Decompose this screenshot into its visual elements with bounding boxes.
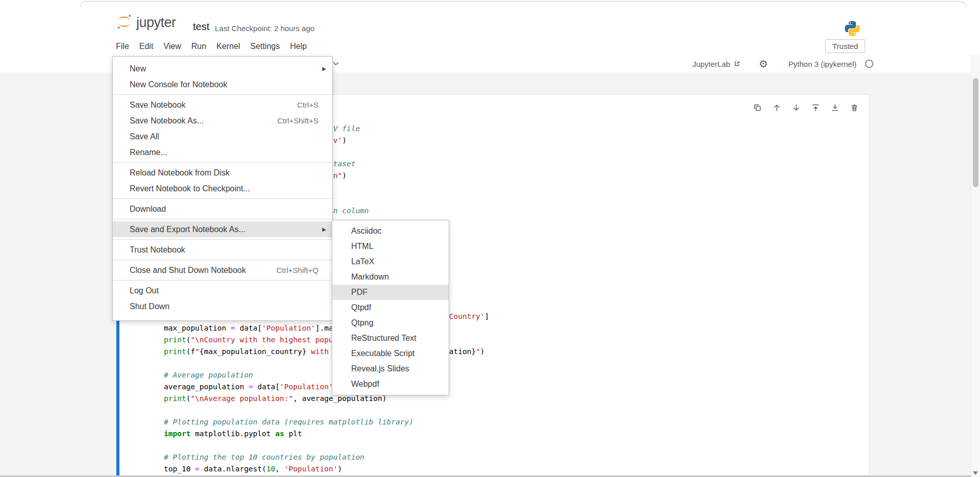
jupyter-logo-icon (116, 13, 133, 30)
menu-separator (113, 239, 332, 240)
menu-item-restructured-text[interactable]: ReStructured Text (332, 331, 449, 346)
menubar-item-file[interactable]: File (111, 37, 134, 55)
menu-item-qtpdf[interactable]: Qtpdf (332, 300, 449, 315)
menu-item-label: Save and Export Notebook As... (130, 225, 318, 234)
jupyter-logo[interactable]: jupyter (116, 13, 176, 31)
move-down-icon[interactable] (790, 102, 802, 114)
menu-item-label: Reveal.js Slides (351, 364, 440, 373)
notebook-title[interactable]: test (193, 21, 209, 33)
scrollbar-thumb[interactable] (973, 78, 978, 187)
gear-icon[interactable]: ⚙ (759, 59, 768, 69)
menu-item-pdf[interactable]: PDF (332, 285, 449, 300)
code-line: # Plotting population data (requires mat… (164, 416, 489, 428)
kernel-status-icon[interactable] (864, 59, 874, 69)
menu-item-label: Reload Notebook from Disk (130, 168, 318, 178)
menu-item-reload-notebook-from-disk[interactable]: Reload Notebook from Disk (113, 165, 332, 181)
menu-item-label: Webpdf (351, 380, 440, 389)
menu-item-html[interactable]: HTML (332, 239, 449, 254)
menu-item-asciidoc[interactable]: Asciidoc (332, 223, 449, 239)
menu-item-new[interactable]: New▶ (113, 61, 332, 77)
menu-item-revert-notebook-to-checkpoint[interactable]: Revert Notebook to Checkpoint... (113, 181, 332, 196)
toolbar-right-cluster: JupyterLab ⚙ Python 3 (ipykernel) (692, 55, 874, 72)
external-link-icon (733, 60, 741, 67)
menu-item-label: ReStructured Text (351, 334, 440, 343)
export-submenu: AsciidocHTMLLaTeXMarkdownPDFQtpdfQtpngRe… (332, 220, 449, 395)
menu-item-label: Qtpng (351, 318, 440, 328)
menu-item-label: Close and Shut Down Notebook (130, 266, 261, 275)
jupyterlab-link-label: JupyterLab (692, 60, 730, 68)
menu-item-label: Save Notebook (130, 101, 282, 110)
menu-separator (113, 260, 332, 260)
menu-item-reveal-js-slides[interactable]: Reveal.js Slides (332, 361, 449, 376)
menu-item-save-and-export-notebook-as[interactable]: Save and Export Notebook As...▶ (113, 221, 332, 237)
menubar-item-view[interactable]: View (158, 37, 186, 55)
dropdown-caret-icon[interactable] (333, 62, 339, 66)
python-logo-icon (844, 20, 861, 37)
menubar-item-help[interactable]: Help (285, 37, 312, 55)
menu-item-label: Download (130, 205, 318, 214)
menu-item-label: Revert Notebook to Checkpoint... (130, 184, 318, 193)
menu-item-label: New (130, 64, 318, 73)
menu-separator (113, 219, 332, 219)
menu-item-label: Qtpdf (351, 303, 440, 312)
menu-item-download[interactable]: Download (113, 201, 332, 217)
kernel-name[interactable]: Python 3 (ipykernel) (789, 60, 856, 68)
menu-item-label: Save All (130, 132, 318, 141)
menu-item-label: HTML (351, 242, 440, 251)
insert-below-icon[interactable] (829, 102, 841, 114)
menu-item-label: New Console for Notebook (130, 80, 318, 89)
menu-item-trust-notebook[interactable]: Trust Notebook (113, 242, 332, 258)
menu-item-qtpng[interactable]: Qtpng (332, 315, 449, 331)
insert-above-icon[interactable] (810, 102, 822, 114)
menu-item-executable-script[interactable]: Executable Script (332, 346, 449, 361)
delete-icon[interactable] (848, 102, 861, 114)
menubar-item-kernel[interactable]: Kernel (211, 37, 245, 55)
menu-item-label: Log Out (130, 286, 318, 295)
menubar-items: FileEditViewRunKernelSettingsHelp (111, 37, 312, 55)
menu-item-latex[interactable]: LaTeX (332, 254, 449, 269)
menu-item-save-all[interactable]: Save All (113, 129, 332, 144)
menu-item-shortcut: Ctrl+Shift+S (277, 116, 318, 125)
menu-item-shut-down[interactable]: Shut Down (113, 298, 332, 314)
code-line: # Plotting the top 10 countries by popul… (164, 451, 489, 463)
menu-item-label: Executable Script (351, 349, 440, 358)
file-menu: New▶New Console for NotebookSave Noteboo… (112, 56, 333, 321)
menubar-item-settings[interactable]: Settings (245, 37, 285, 55)
menu-item-shortcut: Ctrl+S (297, 101, 318, 109)
checkpoint-status: Last Checkpoint: 2 hours ago (215, 24, 314, 33)
menu-item-label: Asciidoc (351, 227, 440, 236)
code-line (164, 440, 489, 451)
menubar-item-edit[interactable]: Edit (134, 37, 159, 55)
scrollbar-track[interactable] (971, 55, 980, 477)
menu-separator (113, 198, 332, 199)
menu-bar: FileEditViewRunKernelSettingsHelp Truste… (0, 37, 980, 56)
menu-item-label: PDF (351, 288, 440, 297)
menu-item-label: Shut Down (130, 302, 318, 311)
menu-item-webpdf[interactable]: Webpdf (332, 376, 449, 392)
cell-toolbar (751, 102, 861, 114)
code-line: top_10 = data.nlargest(10, 'Population') (164, 463, 489, 475)
menu-item-label: Rename... (130, 148, 318, 157)
menu-item-label: Save Notebook As... (130, 116, 262, 125)
menu-item-label: LaTeX (351, 257, 440, 266)
menu-item-log-out[interactable]: Log Out (113, 283, 332, 298)
menu-item-markdown[interactable]: Markdown (332, 269, 449, 285)
duplicate-icon[interactable] (751, 102, 764, 114)
submenu-arrow-icon: ▶ (322, 227, 326, 232)
menu-item-close-and-shut-down-notebook[interactable]: Close and Shut Down NotebookCtrl+Shift+Q (113, 262, 332, 278)
menu-item-label: Trust Notebook (130, 245, 318, 255)
menu-item-save-notebook[interactable]: Save NotebookCtrl+S (113, 97, 332, 113)
menu-item-save-notebook-as[interactable]: Save Notebook As...Ctrl+Shift+S (113, 113, 332, 129)
trusted-button[interactable]: Trusted (825, 39, 865, 53)
menu-separator (113, 280, 332, 281)
submenu-arrow-icon: ▶ (322, 66, 326, 71)
menubar-item-run[interactable]: Run (186, 37, 211, 55)
menu-item-new-console-for-notebook[interactable]: New Console for Notebook (113, 77, 332, 92)
menu-separator (113, 94, 332, 95)
jupyterlab-link[interactable]: JupyterLab (692, 60, 740, 68)
move-up-icon[interactable] (771, 102, 783, 114)
menu-item-shortcut: Ctrl+Shift+Q (276, 266, 318, 274)
code-line (164, 405, 489, 416)
menu-item-rename[interactable]: Rename... (113, 144, 332, 160)
scrollbar-down-arrow[interactable] (973, 471, 978, 475)
